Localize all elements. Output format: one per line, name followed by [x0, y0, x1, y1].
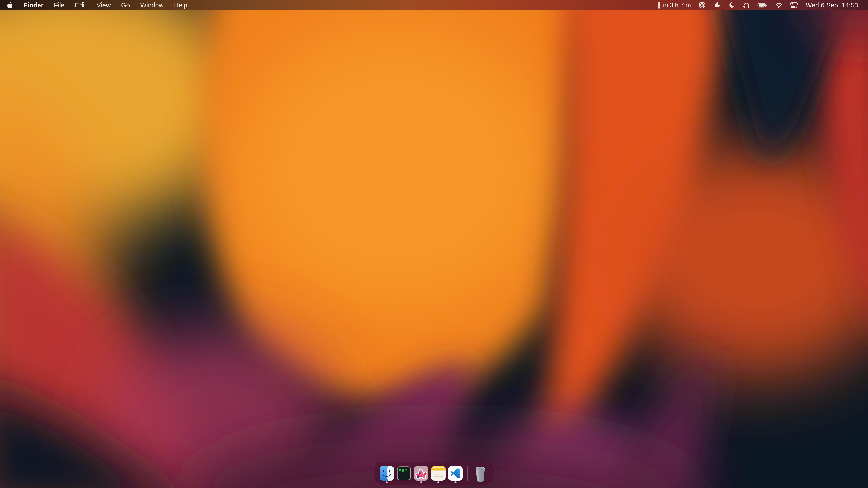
running-indicator-arc	[420, 482, 422, 484]
running-indicator-finder	[386, 482, 388, 484]
menu-bar-status-area: in 3 h 7 m	[658, 0, 868, 10]
battery-charging-icon	[757, 2, 767, 9]
status-pill-icon	[658, 2, 660, 8]
battery-menu-item[interactable]	[757, 2, 767, 9]
docker-icon	[713, 2, 721, 8]
apple-logo-icon	[7, 2, 13, 9]
dock-item-notes[interactable]	[431, 462, 445, 485]
dock-item-finder[interactable]	[379, 462, 394, 485]
running-indicator-notes	[437, 482, 439, 484]
menu-item-go[interactable]: Go	[121, 2, 130, 9]
wifi-menu-item[interactable]	[775, 2, 782, 8]
event-countdown-text: in 3 h 7 m	[663, 2, 691, 9]
arc-browser-icon	[414, 466, 428, 481]
menu-item-view[interactable]: View	[96, 2, 111, 9]
apple-menu[interactable]	[7, 2, 13, 9]
dock-item-arc[interactable]	[414, 462, 428, 485]
trash-icon	[473, 464, 487, 482]
1password-icon	[699, 2, 706, 9]
headphones-menu-item[interactable]	[743, 2, 750, 9]
menu-item-file[interactable]: File	[54, 2, 65, 9]
wifi-icon	[775, 2, 782, 8]
menu-item-edit[interactable]: Edit	[75, 2, 86, 9]
menu-item-window[interactable]: Window	[140, 2, 163, 9]
menu-bar-clock[interactable]: Wed 6 Sep 14:53	[806, 2, 858, 9]
vscode-icon	[448, 466, 463, 481]
dock-item-trash[interactable]	[472, 462, 489, 485]
focus-menu-item[interactable]	[728, 2, 735, 8]
running-indicator-vscode	[455, 482, 457, 484]
app-menu-title[interactable]: Finder	[24, 2, 43, 9]
menu-bar-left: Finder File Edit View Go Window Help	[0, 0, 187, 10]
control-center-menu-item[interactable]	[790, 2, 798, 8]
focus-moon-icon	[728, 2, 735, 8]
dock-item-vscode[interactable]	[448, 462, 463, 485]
wallpaper-image	[0, 0, 868, 488]
notes-icon	[431, 466, 445, 481]
headphones-icon	[743, 2, 750, 9]
finder-icon	[379, 466, 394, 481]
terminal-icon: $	[397, 466, 411, 481]
svg-text:$: $	[399, 468, 402, 473]
dock-item-terminal[interactable]: $	[397, 462, 411, 485]
dock: $	[374, 462, 494, 485]
1password-menu-item[interactable]	[699, 2, 706, 9]
control-center-icon	[790, 2, 798, 8]
desktop: Finder File Edit View Go Window Help in …	[0, 0, 868, 488]
menu-item-help[interactable]: Help	[174, 2, 188, 9]
event-countdown[interactable]: in 3 h 7 m	[658, 2, 691, 9]
docker-menu-item[interactable]	[713, 2, 721, 8]
dock-separator	[467, 466, 468, 481]
menu-bar: Finder File Edit View Go Window Help in …	[0, 0, 868, 10]
